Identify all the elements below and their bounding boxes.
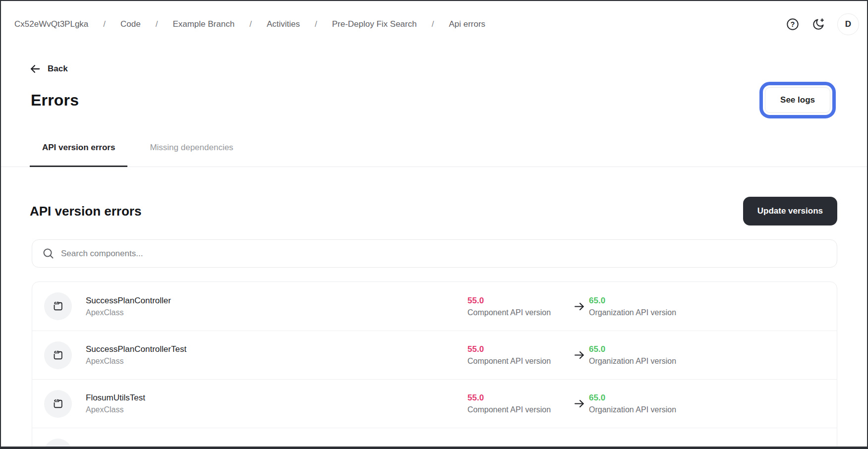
version-comparison: 55.0 Component API version 65.0 Organiza…	[467, 331, 676, 379]
organization-api-version: 65.0	[589, 446, 605, 449]
top-bar: Cx52eWvQt3PLgka / Code / Example Branch …	[1, 1, 867, 48]
arrow-right-icon	[573, 348, 589, 362]
svg-text:?: ?	[791, 20, 795, 28]
organization-api-version-label: Organization API version	[589, 308, 676, 317]
code-component-icon	[52, 300, 64, 313]
section-header: API version errors Update versions	[30, 197, 837, 225]
organization-api-version-value: 65.0	[589, 344, 676, 354]
component-info: Flosum_Timeentry	[86, 446, 155, 449]
help-icon[interactable]: ?	[786, 17, 800, 31]
code-component-icon	[52, 349, 64, 362]
component-api-version-label: Component API version	[467, 308, 573, 317]
organization-api-version-value: 65.0	[589, 446, 605, 449]
component-api-version: 55.0 Component API version	[467, 393, 573, 414]
component-info: SuccessPlanController ApexClass	[86, 296, 171, 317]
arrow-right-icon	[573, 397, 589, 410]
component-name: Flosum_Timeentry	[86, 446, 155, 449]
component-avatar	[44, 341, 72, 369]
component-type: ApexClass	[86, 357, 186, 366]
component-info: SuccessPlanControllerTest ApexClass	[86, 344, 186, 366]
organization-api-version-label: Organization API version	[589, 405, 676, 414]
organization-api-version: 65.0 Organization API version	[589, 344, 676, 366]
component-api-version-value: 55.0	[467, 296, 573, 306]
component-api-version-value: 55.0	[467, 393, 573, 403]
component-avatar	[44, 390, 72, 418]
update-versions-button[interactable]: Update versions	[743, 197, 837, 225]
arrow-right-icon	[573, 446, 589, 449]
component-row[interactable]: Flosum_Timeentry 48.0 65.0	[32, 428, 837, 449]
component-type: ApexClass	[86, 405, 145, 414]
breadcrumb-separator: /	[432, 19, 434, 29]
version-comparison: 55.0 Component API version 65.0 Organiza…	[467, 380, 676, 428]
breadcrumb-item-branch[interactable]: Example Branch	[173, 19, 234, 29]
arrow-right-icon	[573, 300, 589, 313]
breadcrumb-item-repo[interactable]: Cx52eWvQt3PLgka	[14, 19, 88, 29]
topbar-actions: ? D	[786, 13, 859, 35]
tab-bar: API version errors Missing dependencies	[1, 133, 867, 167]
app-window: Cx52eWvQt3PLgka / Code / Example Branch …	[0, 0, 868, 449]
search-box	[32, 239, 837, 268]
avatar[interactable]: D	[837, 13, 859, 35]
section-title: API version errors	[30, 204, 141, 219]
breadcrumb-item-api-errors: Api errors	[449, 19, 485, 29]
breadcrumb: Cx52eWvQt3PLgka / Code / Example Branch …	[14, 19, 485, 29]
component-api-version-label: Component API version	[467, 357, 573, 366]
back-label: Back	[48, 64, 68, 74]
organization-api-version-label: Organization API version	[589, 357, 676, 366]
component-row[interactable]: SuccessPlanController ApexClass 55.0 Com…	[32, 282, 837, 331]
breadcrumb-separator: /	[315, 19, 317, 29]
component-type: ApexClass	[86, 308, 171, 317]
component-api-version: 48.0	[467, 446, 573, 449]
search-input[interactable]	[61, 249, 827, 259]
breadcrumb-separator: /	[156, 19, 158, 29]
breadcrumb-item-code[interactable]: Code	[120, 19, 141, 29]
component-avatar	[44, 439, 72, 449]
back-arrow-icon	[29, 62, 42, 75]
organization-api-version-value: 65.0	[589, 296, 676, 306]
back-button[interactable]: Back	[29, 62, 68, 75]
organization-api-version-value: 65.0	[589, 393, 676, 403]
search-icon	[42, 247, 55, 260]
page-title: Errors	[31, 91, 79, 110]
component-name: FlosumUtilsTest	[86, 393, 145, 403]
component-name: SuccessPlanControllerTest	[86, 344, 186, 354]
component-api-version-label: Component API version	[467, 405, 573, 414]
version-comparison: 48.0 65.0	[467, 428, 605, 449]
see-logs-button[interactable]: See logs	[765, 87, 830, 113]
code-component-icon	[52, 397, 64, 410]
dark-mode-moon-icon[interactable]	[811, 17, 825, 31]
version-comparison: 55.0 Component API version 65.0 Organiza…	[467, 282, 676, 331]
tab-api-version-errors[interactable]: API version errors	[30, 133, 127, 167]
tab-missing-dependencies[interactable]: Missing dependencies	[137, 133, 245, 167]
component-api-version: 55.0 Component API version	[467, 344, 573, 366]
page-header: Errors See logs	[31, 87, 837, 113]
code-component-icon	[52, 446, 64, 449]
breadcrumb-item-activities[interactable]: Activities	[267, 19, 300, 29]
component-row[interactable]: SuccessPlanControllerTest ApexClass 55.0…	[32, 331, 837, 379]
breadcrumb-separator: /	[249, 19, 252, 29]
breadcrumb-item-predeploy-fix-search[interactable]: Pre-Deploy Fix Search	[332, 19, 417, 29]
component-row[interactable]: FlosumUtilsTest ApexClass 55.0 Component…	[32, 379, 837, 428]
component-api-version: 55.0 Component API version	[467, 296, 573, 317]
organization-api-version: 65.0 Organization API version	[589, 393, 676, 414]
api-errors-list: SuccessPlanController ApexClass 55.0 Com…	[32, 281, 837, 449]
component-avatar	[44, 292, 72, 320]
component-info: FlosumUtilsTest ApexClass	[86, 393, 145, 414]
component-api-version-value: 48.0	[467, 446, 573, 449]
component-api-version-value: 55.0	[467, 344, 573, 354]
organization-api-version: 65.0 Organization API version	[589, 296, 676, 317]
component-name: SuccessPlanController	[86, 296, 171, 306]
breadcrumb-separator: /	[103, 19, 106, 29]
